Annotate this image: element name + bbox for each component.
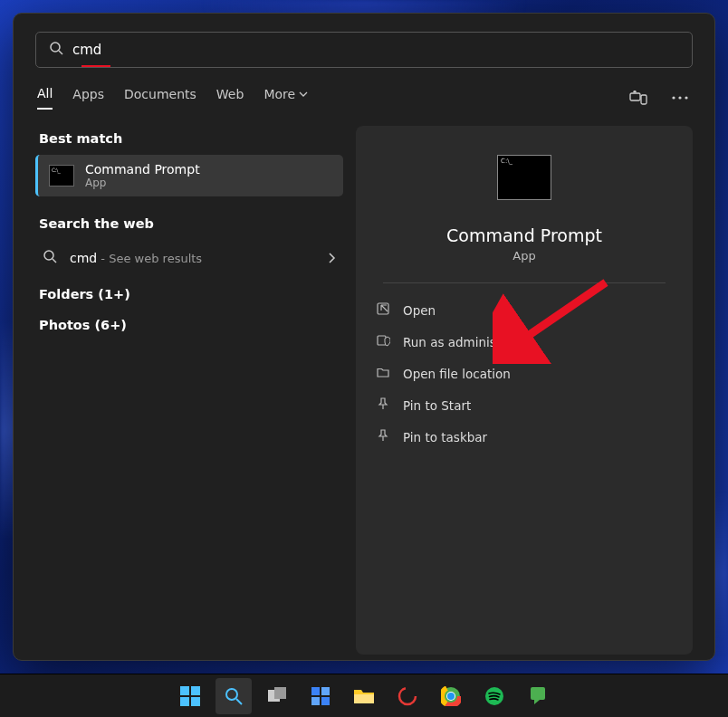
pin-icon [376, 428, 390, 445]
details-subtitle: App [512, 249, 535, 263]
action-run-admin-label: Run as administrator [403, 335, 531, 349]
taskbar-task-view-button[interactable] [259, 678, 295, 714]
results-column: Best match Command Prompt App Search the… [35, 126, 343, 655]
svg-rect-18 [311, 697, 320, 705]
svg-point-0 [51, 43, 60, 52]
action-pin-start-label: Pin to Start [403, 398, 471, 413]
photos-group[interactable]: Photos (6+) [39, 318, 343, 332]
taskbar-app-1[interactable] [389, 678, 426, 714]
details-title: Command Prompt [446, 225, 602, 245]
action-pin-to-taskbar[interactable]: Pin to taskbar [370, 421, 678, 453]
best-match-header: Best match [39, 131, 343, 146]
svg-point-21 [399, 688, 416, 704]
taskbar-spotify-button[interactable] [476, 678, 512, 714]
annotation-underline [81, 65, 110, 67]
tab-documents[interactable]: Documents [124, 87, 196, 109]
best-match-title: Command Prompt [85, 162, 200, 177]
taskbar-widgets-button[interactable] [302, 678, 339, 714]
svg-rect-19 [321, 697, 330, 705]
admin-shield-icon [376, 333, 390, 350]
svg-point-26 [447, 693, 455, 700]
details-panel: Command Prompt App Open Run as administr… [356, 126, 693, 655]
svg-rect-3 [641, 95, 647, 104]
tab-apps[interactable]: Apps [72, 87, 104, 109]
taskbar-search-button[interactable] [216, 678, 252, 714]
command-prompt-large-icon [497, 155, 551, 200]
taskbar [0, 674, 728, 717]
svg-rect-20 [354, 694, 374, 703]
svg-rect-15 [274, 687, 286, 699]
tab-web[interactable]: Web [216, 87, 244, 109]
start-search-panel: All Apps Documents Web More Best match C… [13, 13, 715, 661]
action-list: Open Run as administrator Open file loca… [370, 294, 678, 453]
chevron-down-icon [299, 87, 308, 101]
web-search-result[interactable]: cmd - See web results [35, 240, 343, 276]
svg-point-6 [678, 96, 681, 99]
tab-more-label: More [263, 87, 295, 101]
taskbar-file-explorer-button[interactable] [346, 678, 382, 714]
svg-line-13 [236, 699, 242, 704]
action-open[interactable]: Open [370, 294, 678, 326]
chevron-right-icon [327, 250, 336, 267]
open-icon [376, 301, 390, 319]
folders-group[interactable]: Folders (1+) [39, 287, 343, 301]
web-query: cmd [70, 251, 97, 265]
svg-point-5 [672, 96, 675, 99]
share-across-devices-icon[interactable] [627, 87, 649, 109]
search-icon [43, 249, 57, 267]
best-match-result[interactable]: Command Prompt App [35, 155, 343, 196]
command-prompt-icon [49, 165, 74, 186]
svg-rect-16 [311, 687, 320, 695]
action-open-file-location[interactable]: Open file location [370, 358, 678, 389]
windows-logo-icon [180, 686, 200, 706]
pin-icon [376, 397, 390, 414]
svg-point-12 [226, 689, 237, 700]
more-options-icon[interactable] [669, 87, 691, 109]
action-pin-taskbar-label: Pin to taskbar [403, 430, 487, 445]
taskbar-start-button[interactable] [172, 678, 208, 714]
folder-icon [376, 365, 390, 382]
search-box[interactable] [35, 32, 693, 68]
action-open-location-label: Open file location [403, 367, 511, 381]
web-suffix: - See web results [97, 252, 202, 265]
svg-rect-17 [321, 687, 330, 695]
tab-all[interactable]: All [37, 86, 53, 110]
svg-point-8 [44, 251, 53, 260]
filter-tabs: All Apps Documents Web More [35, 86, 693, 110]
svg-point-7 [685, 96, 687, 99]
svg-line-1 [59, 51, 62, 54]
search-web-header: Search the web [39, 216, 343, 231]
action-pin-to-start[interactable]: Pin to Start [370, 389, 678, 421]
divider [383, 282, 666, 283]
taskbar-chrome-button[interactable] [433, 678, 469, 714]
best-match-subtitle: App [85, 177, 200, 189]
search-icon [49, 41, 63, 59]
svg-rect-28 [531, 687, 545, 700]
search-input[interactable] [72, 42, 679, 58]
svg-line-9 [53, 259, 56, 263]
tab-more[interactable]: More [263, 87, 308, 109]
taskbar-app-2[interactable] [520, 678, 556, 714]
action-open-label: Open [403, 303, 436, 318]
action-run-as-administrator[interactable]: Run as administrator [370, 326, 678, 358]
svg-rect-2 [630, 93, 640, 100]
